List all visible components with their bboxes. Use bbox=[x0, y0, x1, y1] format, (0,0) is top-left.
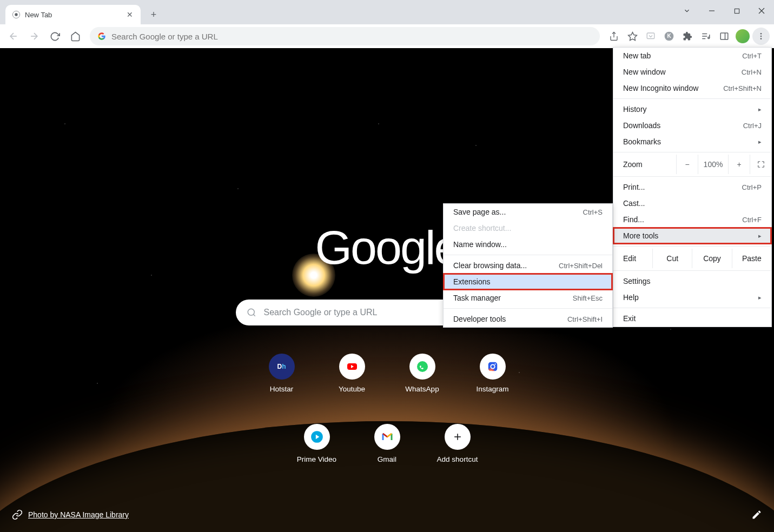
svg-point-22 bbox=[760, 38, 762, 39]
maximize-icon[interactable] bbox=[724, 0, 749, 22]
background-credit[interactable]: Photo by NASA Image Library bbox=[12, 509, 129, 520]
sub-clear-browsing[interactable]: Clear browsing data...Ctrl+Shift+Del bbox=[444, 257, 612, 274]
menu-edit-row: Edit Cut Copy Paste bbox=[613, 249, 771, 268]
shortcut-gmail[interactable]: Gmail bbox=[352, 418, 422, 469]
menu-print[interactable]: Print...Ctrl+P bbox=[613, 179, 771, 195]
menu-exit[interactable]: Exit bbox=[613, 310, 771, 327]
zoom-in-button[interactable]: + bbox=[728, 155, 750, 174]
shortcut-instagram[interactable]: Instagram bbox=[458, 348, 528, 398]
menu-history[interactable]: History bbox=[613, 101, 771, 117]
window-controls bbox=[674, 0, 774, 22]
more-menu-button[interactable] bbox=[752, 28, 770, 45]
menu-help[interactable]: Help bbox=[613, 289, 771, 305]
share-icon[interactable] bbox=[605, 28, 623, 45]
profile-avatar[interactable] bbox=[734, 28, 751, 45]
menu-bookmarks[interactable]: Bookmarks bbox=[613, 134, 771, 150]
svg-point-23 bbox=[248, 309, 254, 315]
shortcut-label: Instagram bbox=[476, 385, 508, 393]
home-button[interactable] bbox=[66, 27, 84, 45]
shortcut-label: WhatsApp bbox=[405, 385, 439, 393]
svg-rect-18 bbox=[720, 33, 728, 39]
chevron-down-icon[interactable] bbox=[674, 0, 699, 22]
sub-task-manager[interactable]: Task managerShift+Esc bbox=[444, 290, 612, 306]
menu-cut[interactable]: Cut bbox=[652, 249, 692, 268]
shortcuts-row-1: Dh Hotstar Youtube WhatsApp Instagram bbox=[247, 348, 528, 398]
shortcut-label: Hotstar bbox=[270, 385, 294, 393]
menu-new-incognito[interactable]: New Incognito windowCtrl+Shift+N bbox=[613, 80, 771, 96]
credit-text: Photo by NASA Image Library bbox=[28, 510, 129, 519]
side-panel-icon[interactable] bbox=[716, 28, 733, 45]
toolbar: K bbox=[0, 24, 774, 48]
svg-marker-9 bbox=[628, 32, 637, 40]
more-tools-submenu: Save page as...Ctrl+S Create shortcut...… bbox=[443, 203, 613, 328]
reload-button[interactable] bbox=[45, 27, 64, 45]
add-shortcut-button[interactable]: Add shortcut bbox=[422, 418, 493, 469]
search-placeholder: Search Google or type a URL bbox=[264, 308, 378, 317]
tab-title: New Tab bbox=[25, 11, 121, 19]
gmail-icon bbox=[374, 424, 400, 450]
google-logo: Google bbox=[315, 220, 459, 275]
extension-icons: K bbox=[605, 28, 770, 45]
pocket-ext-icon[interactable] bbox=[642, 28, 659, 45]
playlist-ext-icon[interactable] bbox=[697, 28, 715, 45]
back-button[interactable] bbox=[4, 27, 23, 45]
sub-save-page[interactable]: Save page as...Ctrl+S bbox=[444, 204, 612, 220]
menu-find[interactable]: Find...Ctrl+F bbox=[613, 211, 771, 228]
extensions-puzzle-icon[interactable] bbox=[679, 28, 696, 45]
shortcuts-row-2: Prime Video Gmail Add shortcut bbox=[282, 418, 493, 469]
shortcut-label: Prime Video bbox=[297, 455, 336, 463]
menu-more-tools[interactable]: More tools bbox=[613, 228, 771, 244]
new-tab-button[interactable]: + bbox=[146, 7, 161, 22]
shortcut-hotstar[interactable]: Dh Hotstar bbox=[247, 348, 317, 398]
instagram-icon bbox=[480, 354, 506, 380]
sub-name-window[interactable]: Name window... bbox=[444, 236, 612, 252]
bookmark-star-icon[interactable] bbox=[624, 28, 641, 45]
youtube-icon bbox=[339, 354, 365, 380]
svg-point-20 bbox=[760, 33, 762, 35]
close-window-icon[interactable] bbox=[749, 0, 774, 22]
svg-rect-3 bbox=[735, 9, 739, 13]
fullscreen-icon[interactable] bbox=[750, 155, 771, 174]
svg-point-30 bbox=[494, 363, 495, 364]
primevideo-icon bbox=[304, 424, 330, 450]
shortcut-primevideo[interactable]: Prime Video bbox=[282, 418, 352, 469]
svg-rect-10 bbox=[647, 33, 654, 39]
menu-settings[interactable]: Settings bbox=[613, 273, 771, 289]
menu-paste[interactable]: Paste bbox=[732, 249, 771, 268]
link-icon bbox=[12, 509, 23, 520]
hotstar-icon: Dh bbox=[269, 354, 295, 380]
plus-icon bbox=[445, 424, 471, 450]
title-bar: New Tab ✕ + bbox=[0, 0, 774, 24]
address-input[interactable] bbox=[111, 32, 592, 41]
shortcut-label: Gmail bbox=[378, 455, 396, 463]
svg-rect-28 bbox=[488, 362, 497, 371]
address-bar[interactable] bbox=[90, 27, 600, 45]
menu-new-window[interactable]: New windowCtrl+N bbox=[613, 64, 771, 80]
shortcut-youtube[interactable]: Youtube bbox=[317, 348, 387, 398]
shortcut-whatsapp[interactable]: WhatsApp bbox=[387, 348, 458, 398]
circle-k-ext-icon[interactable]: K bbox=[660, 28, 678, 45]
svg-point-21 bbox=[760, 36, 762, 37]
svg-text:K: K bbox=[667, 33, 671, 39]
google-g-icon bbox=[97, 32, 106, 41]
menu-zoom: Zoom − 100% + bbox=[613, 155, 771, 174]
sub-extensions[interactable]: Extensions bbox=[444, 274, 612, 290]
sub-dev-tools[interactable]: Developer toolsCtrl+Shift+I bbox=[444, 311, 612, 327]
svg-point-1 bbox=[15, 13, 17, 16]
zoom-level: 100% bbox=[698, 155, 728, 174]
browser-tab[interactable]: New Tab ✕ bbox=[5, 5, 141, 24]
chrome-main-menu: New tabCtrl+T New windowCtrl+N New Incog… bbox=[613, 47, 772, 327]
menu-cast[interactable]: Cast... bbox=[613, 195, 771, 211]
close-tab-icon[interactable]: ✕ bbox=[125, 10, 134, 19]
menu-downloads[interactable]: DownloadsCtrl+J bbox=[613, 117, 771, 134]
sub-create-shortcut: Create shortcut... bbox=[444, 220, 612, 236]
chrome-icon bbox=[12, 10, 21, 19]
forward-button[interactable] bbox=[25, 27, 43, 45]
menu-copy[interactable]: Copy bbox=[692, 249, 731, 268]
shortcut-label: Youtube bbox=[339, 385, 365, 393]
menu-new-tab[interactable]: New tabCtrl+T bbox=[613, 48, 771, 64]
customize-pencil-icon[interactable] bbox=[751, 509, 762, 520]
whatsapp-icon bbox=[409, 354, 435, 380]
minimize-icon[interactable] bbox=[699, 0, 724, 22]
zoom-out-button[interactable]: − bbox=[676, 155, 698, 174]
